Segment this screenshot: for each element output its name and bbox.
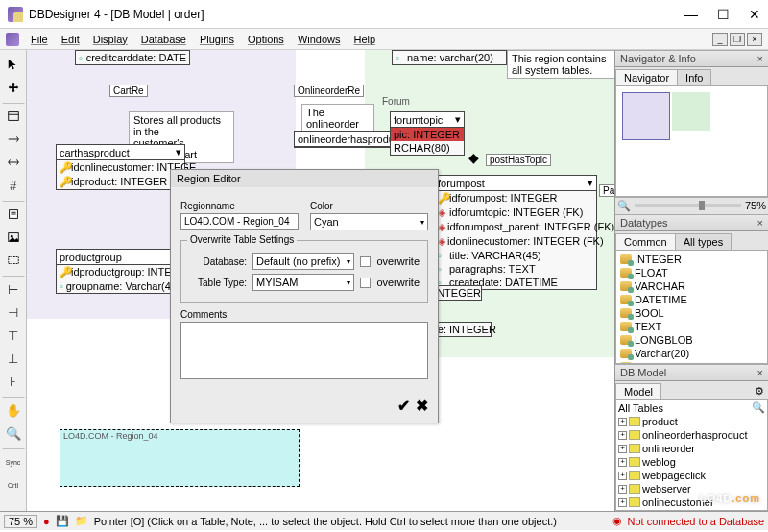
zoom-slider[interactable] [635,204,741,207]
minimize-button[interactable]: — [684,7,698,22]
mdi-icon[interactable] [6,33,19,46]
tool-rel-d[interactable]: ⊥ [3,348,24,369]
status-folder-icon[interactable]: 📁 [75,515,88,527]
regionname-input[interactable] [180,213,299,230]
tool-note[interactable] [3,204,24,225]
datatype-item[interactable]: VARCHAR [618,279,765,293]
relation-posthastopic[interactable]: postHasTopic [486,154,551,166]
tab-alltypes[interactable]: All types [675,233,732,250]
regionname-label: Regionname [180,201,299,211]
tab-common[interactable]: Common [615,233,676,250]
statusbar: 75 % ● 💾 📁 Pointer [O] (Click on a Table… [0,511,768,530]
tab-info[interactable]: Info [677,69,711,85]
tool-zoom[interactable]: 🔍 [3,423,24,444]
datatype-item[interactable]: BOOL [618,306,765,320]
alltables-label: All Tables [618,402,663,414]
overwrite-group-title: Overwrite Table Settings [187,234,297,245]
svg-rect-0 [8,112,18,121]
table-item[interactable]: +product [616,415,767,428]
datatype-item[interactable]: TEXT [618,320,765,333]
app-icon [8,7,23,22]
menu-display[interactable]: Display [87,32,133,47]
close-button[interactable]: ✕ [749,7,760,22]
datatype-item[interactable]: INTEGER [618,253,765,266]
tool-move[interactable] [3,77,24,98]
tool-rel-c[interactable]: ⊤ [3,325,24,346]
region-editor-dialog: Region Editor Regionname Color Cyan▾ Ove… [170,169,439,423]
model-tools-icon[interactable]: ⚙ [751,383,768,399]
color-combo[interactable]: Cyan▾ [310,213,428,230]
mdi-restore[interactable]: ❐ [730,33,745,46]
watermark: LO4D.com [700,487,760,507]
tool-rel-b[interactable]: ⊣ [3,302,24,323]
mdi-close[interactable]: × [747,33,762,46]
table-item[interactable]: +weblog [616,455,767,469]
menu-edit[interactable]: Edit [56,32,85,47]
database-combo[interactable]: Default (no prefix)▾ [252,253,354,270]
status-dot-icon: ● [43,516,50,527]
menu-windows[interactable]: Windows [292,32,347,47]
tool-rel-a[interactable]: ⊢ [3,278,24,300]
maximize-button[interactable]: ☐ [717,7,730,22]
menu-help[interactable]: Help [348,32,382,47]
tool-table[interactable] [3,106,24,127]
panel-close-icon[interactable]: × [757,367,763,378]
status-zoom[interactable]: 75 % [4,515,37,528]
datatype-item[interactable]: Varchar(20) [618,347,765,360]
tool-region[interactable] [3,250,24,271]
overwrite-db-checkbox[interactable] [360,256,371,267]
relation-label[interactable]: CartRe [109,85,148,97]
tree-tool-icon[interactable]: 🔍 [752,401,765,414]
datatype-item[interactable]: LONGBLOB [618,333,765,347]
table-col: name: varchar(20) [407,52,493,63]
zoom-out-icon[interactable]: 🔍 [617,200,631,212]
ok-button[interactable]: ✔ [397,397,410,415]
menu-options[interactable]: Options [242,32,290,47]
menu-file[interactable]: File [25,32,54,47]
tabletype-combo[interactable]: MYISAM▾ [252,274,354,291]
table-item[interactable]: +onlineorderhasproduct [616,428,767,442]
datatype-item[interactable]: DATETIME [618,293,765,306]
tool-crtl[interactable]: Crtl [3,474,24,496]
table-item[interactable]: +webpageclick [616,469,767,482]
panel-close-icon[interactable]: × [757,53,763,64]
tool-image[interactable] [3,227,24,248]
table-item[interactable]: +onlineorder [616,442,767,455]
comments-textarea[interactable] [180,322,428,379]
panel-close-icon[interactable]: × [757,217,763,229]
tool-grid[interactable]: # [3,175,24,196]
overwrite-tt-checkbox[interactable] [360,278,371,288]
tab-model[interactable]: Model [615,383,661,399]
cancel-button[interactable]: ✖ [416,397,428,415]
new-region[interactable]: LO4D.COM - Region_04 [60,429,300,487]
region-label: LO4D.COM - Region_04 [63,431,158,441]
datatype-item[interactable]: Varchar(45) [618,360,765,365]
relation-label[interactable]: OnlineorderRe [294,85,364,97]
table-carthasproduct[interactable]: carthasproduct▾ [57,145,184,160]
tool-hand[interactable]: ✋ [3,399,24,421]
titlebar: DBDesigner 4 - [DB Model | order] — ☐ ✕ [0,0,768,29]
menubar: File Edit Display Database Plugins Optio… [0,29,768,50]
tool-relation-11[interactable] [3,152,24,173]
relation-parent[interactable]: Parent [599,184,614,197]
menu-database[interactable]: Database [135,32,192,47]
datatypes-panel-title: Datatypes [620,217,668,229]
table-productgroup[interactable]: productgroup▾ [57,250,180,265]
mdi-minimize[interactable]: _ [712,33,728,46]
dbmodel-panel-title: DB Model [620,367,666,378]
navigator-minimap[interactable] [619,89,754,166]
tool-relation-1n[interactable] [3,129,24,150]
tool-rel-e[interactable]: ⊦ [3,371,24,392]
left-toolbar: # ⊢ ⊣ ⊤ ⊥ ⊦ ✋ 🔍 Sync Crtl [0,50,27,511]
datatype-item[interactable]: FLOAT [618,266,765,279]
table-forumtopic[interactable]: forumtopic▾ [391,112,464,128]
tool-sync[interactable]: Sync [3,451,24,472]
status-save-icon[interactable]: 💾 [56,515,69,527]
menu-plugins[interactable]: Plugins [194,32,240,47]
note-system[interactable]: This region contains all system tables. [507,50,614,79]
tool-pointer[interactable] [3,54,24,75]
canvas[interactable]: ◦creditcarddate: DATE ◦name: varchar(20)… [27,50,614,511]
tab-navigator[interactable]: Navigator [615,69,678,85]
table-forumpost[interactable]: forumpost▾ [435,176,596,191]
tabletype-label: Table Type: [189,278,247,288]
